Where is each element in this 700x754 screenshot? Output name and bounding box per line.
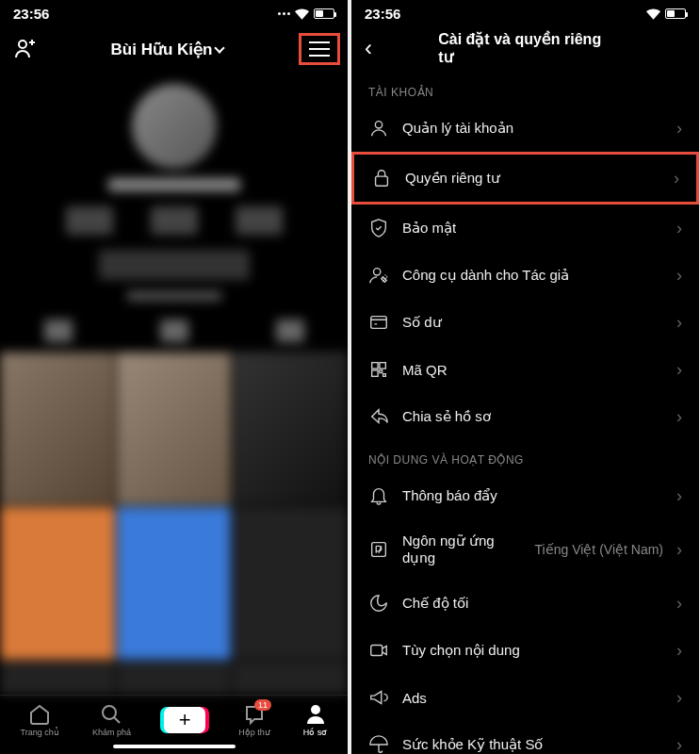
settings-header: ‹ Cài đặt và quyền riêng tư (351, 24, 699, 73)
username-dropdown[interactable]: Bùi Hữu Kiện (111, 40, 224, 59)
svg-rect-11 (371, 646, 383, 656)
svg-point-2 (311, 705, 320, 714)
nav-profile[interactable]: Hồ sơ (303, 703, 328, 737)
chevron-right-icon: › (676, 407, 682, 427)
chevron-right-icon: › (676, 594, 682, 614)
setting-digital-wellbeing[interactable]: Sức khỏe Kỹ thuật Số › (351, 721, 699, 754)
svg-rect-6 (371, 317, 387, 329)
nav-home-label: Trang chủ (21, 728, 59, 737)
nav-create[interactable]: + (164, 707, 205, 733)
settings-list: TÀI KHOẢN Quản lý tài khoản › Quyền riên… (351, 73, 699, 754)
svg-point-3 (375, 122, 382, 128)
nav-discover[interactable]: Khám phá (92, 703, 131, 737)
moon-icon (368, 593, 389, 614)
setting-app-language[interactable]: Ngôn ngữ ứng dụng Tiếng Việt (Việt Nam) … (351, 519, 699, 580)
nav-home[interactable]: Trang chủ (21, 703, 59, 737)
setting-qr-code[interactable]: Mã QR › (351, 346, 699, 393)
qr-icon (368, 359, 389, 380)
svg-point-1 (103, 706, 116, 719)
menu-highlight (299, 33, 340, 65)
svg-point-0 (19, 41, 26, 48)
wifi-icon (295, 8, 309, 20)
setting-privacy[interactable]: Quyền riêng tư › (351, 152, 699, 205)
section-account: TÀI KHOẢN (351, 73, 699, 105)
chevron-right-icon: › (676, 486, 682, 506)
setting-creator-tools[interactable]: Công cụ dành cho Tác giả › (351, 252, 699, 299)
settings-screen: 23:56 ‹ Cài đặt và quyền riêng tư TÀI KH… (351, 0, 699, 754)
settings-title: Cài đặt và quyền riêng tư (438, 30, 612, 66)
chevron-right-icon: › (676, 540, 682, 560)
language-icon (368, 539, 389, 560)
plus-icon: + (164, 707, 205, 733)
search-icon (100, 703, 122, 726)
wifi-icon (646, 8, 660, 20)
chevron-right-icon: › (674, 169, 679, 188)
chevron-down-icon (215, 42, 225, 53)
home-icon (28, 703, 51, 726)
user-icon (368, 118, 389, 139)
setting-balance[interactable]: Số dư › (351, 299, 699, 346)
svg-point-5 (374, 269, 381, 275)
add-user-icon[interactable] (13, 38, 36, 60)
video-icon (368, 640, 389, 661)
more-dots-icon (278, 12, 290, 15)
profile-header: Bùi Hữu Kiện (0, 24, 348, 74)
profile-screen: 23:56 Bùi Hữu Kiện (0, 0, 348, 754)
nav-inbox-label: Hộp thư (238, 728, 270, 737)
bell-icon (368, 485, 389, 506)
setting-push-notifications[interactable]: Thông báo đẩy › (351, 472, 699, 519)
svg-rect-10 (372, 543, 386, 557)
creator-icon (368, 265, 389, 286)
hamburger-menu-icon[interactable] (309, 41, 330, 57)
home-indicator[interactable] (113, 745, 236, 748)
battery-icon (665, 8, 686, 19)
setting-manage-account[interactable]: Quản lý tài khoản › (351, 105, 699, 152)
profile-icon (304, 703, 327, 726)
battery-icon (314, 8, 334, 19)
chevron-right-icon: › (676, 119, 682, 139)
share-icon (368, 406, 389, 427)
back-button[interactable]: ‹ (365, 35, 372, 61)
nav-discover-label: Khám phá (92, 728, 131, 737)
status-bar: 23:56 (0, 0, 348, 24)
chevron-right-icon: › (676, 313, 682, 333)
chevron-right-icon: › (676, 219, 682, 238)
inbox-badge: 11 (254, 699, 271, 711)
setting-ads[interactable]: Ads › (351, 674, 699, 721)
chevron-right-icon: › (676, 641, 682, 661)
nav-profile-label: Hồ sơ (303, 728, 328, 737)
shield-icon (368, 218, 389, 238)
language-value: Tiếng Việt (Việt Nam) (535, 542, 663, 557)
chevron-right-icon: › (676, 735, 682, 755)
lock-icon (371, 168, 392, 188)
svg-rect-8 (380, 363, 385, 369)
wallet-icon (368, 312, 389, 333)
chevron-right-icon: › (676, 266, 682, 286)
status-bar: 23:56 (351, 0, 699, 24)
status-time: 23:56 (13, 6, 49, 22)
setting-dark-mode[interactable]: Chế độ tối › (351, 580, 699, 627)
section-content: NỘI DUNG VÀ HOẠT ĐỘNG (351, 440, 699, 472)
umbrella-icon (368, 734, 389, 754)
setting-content-prefs[interactable]: Tùy chọn nội dung › (351, 627, 699, 674)
chevron-right-icon: › (676, 688, 682, 708)
blurred-profile-content (0, 74, 348, 695)
setting-share-profile[interactable]: Chia sẻ hồ sơ › (351, 393, 699, 440)
setting-security[interactable]: Bảo mật › (351, 205, 699, 252)
svg-rect-7 (372, 363, 378, 369)
svg-rect-9 (372, 370, 378, 376)
megaphone-icon (368, 687, 389, 708)
svg-rect-4 (376, 176, 388, 186)
nav-inbox[interactable]: 11 Hộp thư (238, 703, 270, 737)
username-label: Bùi Hữu Kiện (111, 40, 213, 59)
chevron-right-icon: › (676, 360, 682, 380)
status-time: 23:56 (365, 6, 400, 22)
